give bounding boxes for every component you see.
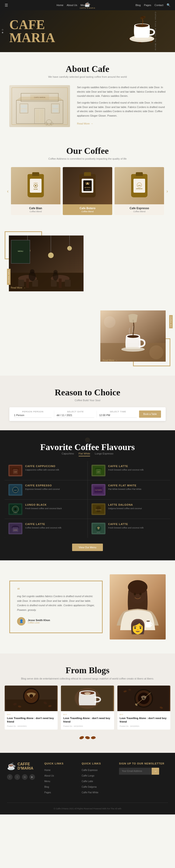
footer-quick-link-4[interactable]: Caffe Flat White bbox=[82, 791, 98, 794]
flavour-info-6: CAFFE LATTE Coffee brewed coffee and coc… bbox=[25, 523, 84, 530]
reason-section: Reason to Choice Coffee Build Your Soul … bbox=[0, 376, 175, 430]
youtube-icon[interactable]: ▶ bbox=[29, 774, 35, 780]
date-input[interactable] bbox=[56, 413, 94, 418]
footer-quick-link-2[interactable]: Caffe Latte bbox=[82, 780, 93, 783]
svg-point-69 bbox=[149, 345, 163, 359]
footer-quick-link-0[interactable]: Caffe Espresso bbox=[82, 769, 98, 771]
flavour-name-5: LATTE DALGONA bbox=[108, 503, 167, 506]
svg-rect-13 bbox=[21, 105, 27, 108]
gallery-image-1-container: MENU Cafe Interior Read More → bbox=[5, 231, 84, 292]
blog-card-0: DIY Love Travelling Alone : don't need b… bbox=[5, 686, 58, 730]
footer-nav-link-1[interactable]: About Us bbox=[44, 774, 54, 777]
gallery-read-more-1[interactable]: Read More → bbox=[11, 286, 25, 289]
beans-decoration bbox=[5, 734, 170, 741]
footer-newsletter-form: → bbox=[119, 768, 168, 775]
svg-rect-42 bbox=[26, 279, 29, 288]
hero-title-line1: CAFE bbox=[9, 18, 55, 31]
flavour-info-4: LUNGO BLACK Fresh brewed coffee and coco… bbox=[25, 503, 84, 510]
svg-point-68 bbox=[104, 316, 116, 328]
view-menu-button[interactable]: View Our Menu bbox=[72, 544, 103, 551]
about-content: CAFE MARIA Set cognito saddles fabrics C… bbox=[9, 85, 166, 127]
blog-title-2[interactable]: Love Travelling Alone : don't need boy f… bbox=[120, 716, 168, 724]
svg-text:CAFFE: CAFFE bbox=[14, 529, 18, 531]
blog-title-0[interactable]: Love Travelling Alone : don't need boy f… bbox=[7, 716, 55, 724]
gallery-image-2-container: Coffee Art Read More → bbox=[100, 310, 170, 366]
search-icon[interactable]: 🔍 bbox=[167, 3, 170, 7]
svg-point-52 bbox=[48, 252, 54, 258]
time-input[interactable] bbox=[99, 413, 137, 418]
tab-flatwhite[interactable]: Flat White bbox=[79, 452, 90, 456]
nav-pages[interactable]: Pages bbox=[144, 4, 151, 6]
svg-rect-18 bbox=[34, 108, 45, 124]
footer-nav-link-2[interactable]: Menu bbox=[44, 780, 50, 783]
flavour-item-1: LAT CAFFE LATTE Fresh brewed coffee and … bbox=[88, 461, 171, 480]
about-read-more[interactable]: Read More → bbox=[77, 122, 93, 125]
nav-logo: ☕ CAFFE D'MARIA bbox=[80, 2, 95, 9]
svg-text:ESP: ESP bbox=[14, 490, 17, 491]
svg-line-24 bbox=[47, 124, 48, 125]
book-table-button[interactable]: Book a Table bbox=[139, 410, 161, 418]
footer-top: ☕ CAFFE D'MARIA f t in ▶ Quick Links Hom… bbox=[7, 762, 168, 803]
facebook-icon[interactable]: f bbox=[7, 774, 12, 780]
coffee-card-img-0: BLEND bbox=[11, 167, 60, 204]
svg-rect-19 bbox=[35, 110, 40, 123]
blog-content-1: DIY Love Travelling Alone : don't need b… bbox=[61, 711, 114, 730]
person-input[interactable] bbox=[14, 413, 52, 418]
flavour-info-3: CAFFE FLAT WHITE Flat White brewed coffe… bbox=[108, 484, 167, 491]
nav-blog[interactable]: Blog bbox=[135, 4, 141, 6]
instagram-icon[interactable]: in bbox=[22, 774, 27, 780]
blog-tag-2: DIY bbox=[120, 713, 168, 716]
flavour-item-5: DALGONA LATTE DALGONA Dalgona brewed cof… bbox=[88, 500, 171, 519]
footer-nav-link-4[interactable]: Pages bbox=[44, 791, 51, 794]
flavour-img-0: CAP bbox=[8, 465, 22, 476]
blog-title-1[interactable]: Love Travelling Alone : don't need boy f… bbox=[63, 716, 111, 724]
coffee-card-desc-1: Coffee Blend bbox=[65, 210, 110, 213]
flavour-desc-6: Coffee brewed coffee and coconut milk bbox=[25, 526, 84, 530]
svg-rect-58 bbox=[67, 240, 83, 270]
blog-content-0: DIY Love Travelling Alone : don't need b… bbox=[5, 711, 58, 730]
blogs-section: From Blogs Blog serve dolo de entertainm… bbox=[0, 653, 175, 753]
coffee-card-footer-2: Cafe Espresso Coffee Blend bbox=[115, 204, 164, 215]
footer-nav-link-0[interactable]: Home bbox=[44, 769, 51, 771]
svg-rect-12 bbox=[20, 104, 28, 113]
author-name: Jesse Smith Khon bbox=[28, 619, 50, 622]
footer-quick-link-1[interactable]: Caffe Lungo bbox=[82, 774, 94, 777]
carousel-next-btn[interactable]: › bbox=[164, 188, 170, 194]
date-label: Select Date bbox=[56, 410, 94, 413]
svg-rect-16 bbox=[52, 105, 58, 108]
footer-nav-item-2: Menu bbox=[44, 779, 77, 783]
about-subtitle: We have carefully selected good tasting … bbox=[48, 75, 127, 78]
svg-rect-15 bbox=[51, 104, 59, 113]
nav-contact[interactable]: Contact bbox=[154, 4, 163, 6]
svg-rect-48 bbox=[65, 280, 71, 287]
our-coffee-section: Our Coffee Coffee Addness is committed t… bbox=[0, 136, 175, 227]
flavour-img-6: CAFFE bbox=[8, 523, 22, 534]
newsletter-submit-button[interactable]: → bbox=[152, 768, 159, 775]
blog-card-2: DIY Love Travelling Alone : don't need b… bbox=[117, 686, 170, 730]
svg-point-27 bbox=[50, 122, 53, 125]
footer-quick-link-3[interactable]: Caffe Dalgona bbox=[82, 786, 97, 788]
flavour-desc-7: Fresh brewed coffee and coconut milk bbox=[108, 526, 167, 530]
coffee-card-1: BOTERO PREMIUM Cafe Botero Coffee Blend bbox=[63, 167, 112, 215]
gallery-read-more-2[interactable]: Read More → bbox=[103, 359, 117, 362]
footer-nav-link-3[interactable]: Blog bbox=[44, 786, 49, 788]
flavours-grid: CAP CAFFE CAPPUCCINO Cappuccino coffee w… bbox=[5, 461, 170, 538]
coffee-bag-label-2: ESP ESPRESSO bbox=[133, 179, 145, 193]
nav-links-right: Blog Pages Contact 🔍 bbox=[135, 3, 170, 7]
nav-home[interactable]: Home bbox=[56, 4, 63, 6]
coffee-card-desc-0: Coffee Blend bbox=[13, 210, 58, 213]
flavour-name-0: CAFFE CAPPUCCINO bbox=[25, 465, 84, 467]
tab-lungo[interactable]: Lungo Espresso bbox=[95, 452, 114, 456]
coffee-card-name-1: Cafe Botero bbox=[65, 207, 110, 210]
newsletter-email-input[interactable] bbox=[119, 768, 152, 775]
hero-title-line2: MARIA bbox=[9, 31, 55, 44]
nav-about[interactable]: About Us bbox=[67, 4, 77, 6]
svg-text:CAP: CAP bbox=[14, 471, 17, 473]
flavour-item-3: FLAT WHITE CAFFE FLAT WHITE Flat White b… bbox=[88, 480, 171, 499]
hamburger-icon[interactable]: ☰ bbox=[5, 3, 8, 7]
tab-capuchino[interactable]: Capuchino bbox=[61, 452, 74, 456]
carousel-prev-btn[interactable]: ‹ bbox=[5, 188, 11, 194]
svg-text:LAT: LAT bbox=[97, 471, 100, 473]
twitter-icon[interactable]: t bbox=[15, 774, 20, 780]
blog-tag-1: DIY bbox=[63, 713, 111, 716]
